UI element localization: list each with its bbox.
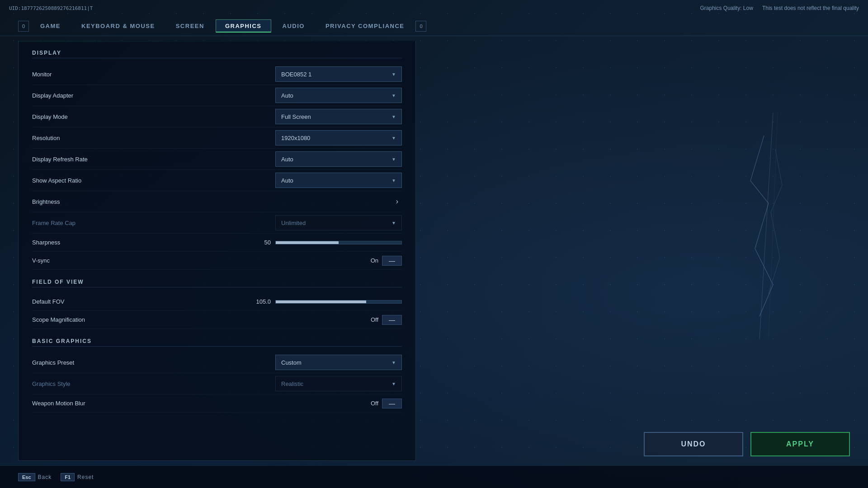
setting-row-graphics-preset: Graphics Preset Custom ▼: [32, 352, 402, 373]
display-mode-control: Full Screen ▼: [275, 109, 402, 124]
apply-button[interactable]: APPLY: [750, 432, 850, 456]
setting-row-frame-rate-cap: Frame Rate Cap Unlimited ▼: [32, 212, 402, 234]
frame-rate-cap-arrow: ▼: [392, 221, 396, 225]
tab-audio[interactable]: AUDIO: [273, 19, 314, 33]
resolution-label: Resolution: [32, 135, 275, 141]
sharpness-slider[interactable]: [275, 241, 402, 244]
sharpness-fill: [276, 241, 339, 244]
main-content: DISPLAY Monitor BOE0852 1 ▼ Display Adap…: [18, 41, 416, 461]
setting-row-aspect-ratio: Show Aspect Ratio Auto ▼: [32, 170, 402, 191]
section-fov-header: FIELD OF VIEW: [32, 279, 402, 287]
vsync-toggle-icon: —: [389, 257, 395, 264]
setting-row-vsync: V-sync On —: [32, 252, 402, 270]
setting-row-resolution: Resolution 868x488 ▼: [32, 127, 402, 149]
action-buttons: UNDO APPLY: [644, 432, 850, 456]
setting-row-brightness: Brightness ›: [32, 191, 402, 212]
setting-row-weapon-motion-blur: Weapon Motion Blur Off —: [32, 394, 402, 413]
setting-row-display-mode: Display Mode Full Screen ▼: [32, 106, 402, 127]
reset-key-badge: F1: [61, 473, 75, 481]
tab-game[interactable]: GAME: [31, 19, 70, 33]
section-basic-graphics-header: BASIC GRAPHICS: [32, 338, 402, 347]
brightness-label: Brightness: [32, 198, 275, 205]
refresh-rate-control: Auto ▼: [275, 151, 402, 167]
scope-magnification-label: Scope Magnification: [32, 316, 371, 323]
tab-screen[interactable]: SCREEN: [166, 19, 214, 33]
frame-rate-cap-control: Unlimited ▼: [275, 215, 402, 230]
section-display-header: DISPLAY: [32, 50, 402, 58]
graphics-style-label: Graphics Style: [32, 380, 275, 387]
monitor-dropdown-arrow: ▼: [392, 72, 396, 77]
refresh-rate-arrow: ▼: [392, 157, 396, 162]
display-mode-dropdown[interactable]: Full Screen ▼: [275, 109, 402, 124]
graphics-preset-control: Custom ▼: [275, 355, 402, 370]
resolution-arrow: ▼: [392, 136, 396, 141]
default-fov-label: Default FOV: [32, 298, 253, 305]
aspect-ratio-control: Auto ▼: [275, 173, 402, 188]
default-fov-slider[interactable]: [275, 300, 402, 304]
weapon-motion-blur-value: Off: [371, 400, 378, 407]
weapon-motion-blur-toggle[interactable]: —: [382, 399, 402, 408]
weapon-motion-blur-label: Weapon Motion Blur: [32, 400, 371, 407]
vsync-toggle[interactable]: —: [382, 256, 402, 266]
graphics-style-arrow: ▼: [392, 381, 396, 386]
setting-row-monitor: Monitor BOE0852 1 ▼: [32, 64, 402, 85]
default-fov-value: 105.0: [253, 298, 271, 305]
nav-icon-right[interactable]: 0: [415, 21, 426, 32]
undo-button[interactable]: UNDO: [644, 432, 743, 456]
back-key-label: Back: [38, 474, 52, 480]
aspect-ratio-arrow: ▼: [392, 178, 396, 183]
scope-magnification-value: Off: [371, 316, 378, 323]
vsync-control: On —: [371, 256, 402, 266]
display-adapter-control: Auto ▼: [275, 88, 402, 103]
top-bar: UID:1877726250889276216811|T Graphics Qu…: [0, 0, 868, 16]
frame-rate-cap-dropdown: Unlimited ▼: [275, 215, 402, 230]
brightness-control: ›: [275, 194, 402, 209]
sharpness-label: Sharpness: [32, 239, 253, 246]
refresh-rate-dropdown[interactable]: Auto ▼: [275, 151, 402, 167]
nav-bar: 0 GAME KEYBOARD & MOUSE SCREEN GRAPHICS …: [0, 16, 868, 36]
back-key-badge: Esc: [18, 473, 35, 481]
quality-info: Graphics Quality: Low This test does not…: [700, 5, 859, 11]
weapon-blur-toggle-icon: —: [389, 400, 395, 407]
setting-row-default-fov: Default FOV 105.0: [32, 293, 402, 311]
scope-magnification-control: Off —: [371, 315, 402, 325]
tab-keyboard-mouse[interactable]: KEYBOARD & MOUSE: [72, 19, 165, 33]
back-key-btn[interactable]: Esc Back: [18, 473, 52, 481]
brightness-arrow-btn[interactable]: ›: [275, 194, 402, 209]
nav-icon-left[interactable]: 0: [18, 21, 29, 32]
default-fov-fill: [276, 300, 366, 303]
monitor-label: Monitor: [32, 71, 275, 78]
reset-key-label: Reset: [77, 474, 94, 480]
quality-label: Graphics Quality: Low: [700, 5, 753, 11]
graphics-style-control: Realistic ▼: [275, 376, 402, 391]
graphics-preset-label: Graphics Preset: [32, 359, 275, 366]
graphics-preset-dropdown[interactable]: Custom ▼: [275, 355, 402, 370]
tab-privacy[interactable]: PRIVACY COMPLIANCE: [316, 19, 414, 33]
monitor-dropdown[interactable]: BOE0852 1 ▼: [275, 66, 402, 82]
reset-key-btn[interactable]: F1 Reset: [61, 473, 94, 481]
aspect-ratio-dropdown[interactable]: Auto ▼: [275, 173, 402, 188]
setting-row-display-adapter: Display Adapter Auto ▼: [32, 85, 402, 106]
display-mode-arrow: ▼: [392, 114, 396, 119]
frame-rate-cap-label: Frame Rate Cap: [32, 220, 275, 226]
quality-disclaimer: This test does not reflect the final qua…: [762, 5, 859, 11]
scope-toggle-icon: —: [389, 316, 395, 324]
setting-row-refresh-rate: Display Refresh Rate Auto ▼: [32, 149, 402, 170]
scope-magnification-toggle[interactable]: —: [382, 315, 402, 325]
display-adapter-label: Display Adapter: [32, 92, 275, 99]
graphics-preset-arrow: ▼: [392, 360, 396, 365]
weapon-motion-blur-control: Off —: [371, 399, 402, 408]
setting-row-graphics-style: Graphics Style Realistic ▼: [32, 373, 402, 394]
aspect-ratio-label: Show Aspect Ratio: [32, 177, 275, 184]
sharpness-value: 50: [253, 239, 271, 246]
tab-graphics[interactable]: GRAPHICS: [216, 19, 271, 33]
sharpness-control: 50: [253, 239, 402, 246]
display-adapter-dropdown[interactable]: Auto ▼: [275, 88, 402, 103]
monitor-control: BOE0852 1 ▼: [275, 66, 402, 82]
vsync-label: V-sync: [32, 257, 371, 264]
uid-text: UID:1877726250889276216811|T: [9, 5, 93, 11]
setting-row-scope-magnification: Scope Magnification Off —: [32, 311, 402, 329]
resolution-dropdown[interactable]: 868x488 ▼: [275, 130, 402, 145]
refresh-rate-label: Display Refresh Rate: [32, 156, 275, 163]
display-mode-label: Display Mode: [32, 113, 275, 120]
